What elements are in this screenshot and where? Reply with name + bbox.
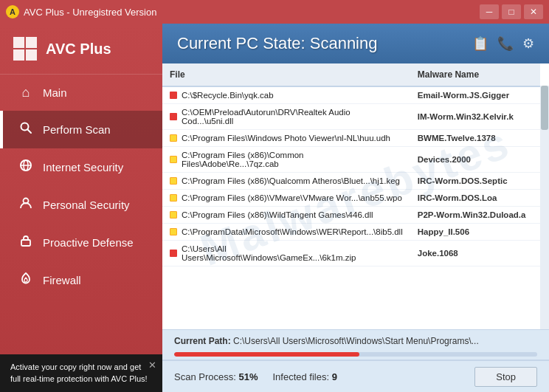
app-body: AVC Plus ⌂ Main Perform Scan bbox=[0, 24, 549, 392]
sidebar-item-internet-security-label: Internet Security bbox=[43, 161, 123, 173]
globe-icon bbox=[18, 159, 34, 176]
person-icon bbox=[18, 196, 34, 213]
malware-cell: P2P-Worm.Win32.Duload.a bbox=[410, 207, 540, 224]
file-cell: C:\$Recycle.Bin\yqk.cab bbox=[162, 87, 410, 103]
scan-results-table: File Malware Name C:\$Recycle.Bin\yqk.ca… bbox=[162, 63, 540, 267]
table-row: C:\Program Files\Windows Photo Viewer\nl… bbox=[162, 130, 540, 147]
sidebar-nav: ⌂ Main Perform Scan bbox=[0, 75, 162, 354]
file-path: C:\Program Files (x86)\WildTangent Games… bbox=[182, 210, 373, 219]
svg-rect-12 bbox=[21, 240, 30, 246]
sidebar-item-personal-security[interactable]: Personal Security bbox=[0, 186, 162, 224]
notification-close-button[interactable]: ✕ bbox=[148, 359, 156, 372]
maximize-button[interactable]: □ bbox=[502, 4, 521, 19]
scan-results-wrapper: Malwarebytes File Malware Name C:\$Recyc… bbox=[162, 63, 549, 329]
file-status-icon bbox=[170, 156, 177, 163]
close-button[interactable]: ✕ bbox=[524, 4, 543, 19]
file-status-icon bbox=[170, 228, 177, 235]
file-status-icon bbox=[170, 113, 177, 120]
status-bar: Scan Process: 51% Infected files: 9 Stop bbox=[162, 360, 549, 392]
malware-cell: IRC-Worm.DOS.Loa bbox=[410, 190, 540, 207]
file-path: C:\Program Files (x86)\Common Files\Adob… bbox=[182, 151, 403, 168]
file-path: C:\Program Files (x86)\VMware\VMware Wor… bbox=[182, 193, 402, 202]
table-row: C:\Program Files (x86)\Qualcomm Atheros\… bbox=[162, 173, 540, 190]
table-row: C:\Program Files (x86)\WildTangent Games… bbox=[162, 207, 540, 224]
malware-cell: IM-Worm.Win32.Kelvir.k bbox=[410, 104, 540, 130]
sidebar-item-perform-scan[interactable]: Perform Scan bbox=[0, 111, 162, 148]
table-row: C:\Users\All Users\Microsoft\Windows\Gam… bbox=[162, 241, 540, 267]
current-path-bar: Current Path: C:\Users\All Users\Microso… bbox=[162, 329, 549, 352]
stop-button[interactable]: Stop bbox=[474, 367, 537, 387]
home-icon: ⌂ bbox=[18, 85, 34, 100]
sidebar-item-personal-security-label: Personal Security bbox=[43, 199, 130, 211]
malware-cell: IRC-Worm.DOS.Septic bbox=[410, 173, 540, 190]
file-status-icon bbox=[170, 134, 177, 142]
phone-icon[interactable]: 📞 bbox=[497, 35, 514, 52]
minimize-button[interactable]: ─ bbox=[480, 4, 499, 19]
lock-icon bbox=[18, 234, 34, 251]
sidebar-item-proactive-defense[interactable]: Proactive Defense bbox=[0, 224, 162, 261]
table-row: C:\OEM\Preload\Autorun\DRV\Realtek Audio… bbox=[162, 104, 540, 130]
sidebar-item-main-label: Main bbox=[43, 86, 67, 99]
content-area: Current PC State: Scanning 📋 📞 ⚙ Malware… bbox=[162, 24, 549, 392]
current-path-value: C:\Users\All Users\Microsoft\Windows\Sta… bbox=[233, 336, 479, 346]
svg-text:A: A bbox=[10, 7, 15, 16]
file-cell: C:\Program Files (x86)\WildTangent Games… bbox=[162, 207, 410, 223]
file-status-icon bbox=[170, 92, 177, 99]
file-path: C:\Program Files\Windows Photo Viewer\nl… bbox=[182, 134, 390, 142]
malware-cell: Joke.1068 bbox=[410, 241, 540, 267]
scan-process-label: Scan Process: 51% bbox=[174, 371, 258, 382]
file-cell: C:\ProgramData\Microsoft\Windows\WER\Rep… bbox=[162, 224, 410, 240]
svg-rect-2 bbox=[13, 37, 24, 48]
malware-cell: BWME.Twelve.1378 bbox=[410, 130, 540, 147]
progress-track bbox=[174, 352, 537, 357]
sidebar-item-proactive-defense-label: Proactive Defense bbox=[43, 236, 134, 249]
table-row: C:\Program Files (x86)\VMware\VMware Wor… bbox=[162, 190, 540, 207]
scan-process-value: 51% bbox=[238, 371, 258, 382]
file-path: C:\ProgramData\Microsoft\Windows\WER\Rep… bbox=[182, 227, 403, 236]
scan-table-scroll[interactable]: File Malware Name C:\$Recycle.Bin\yqk.ca… bbox=[162, 63, 549, 329]
sidebar-item-perform-scan-label: Perform Scan bbox=[43, 123, 111, 136]
file-status-icon bbox=[170, 177, 177, 185]
table-row: C:\ProgramData\Microsoft\Windows\WER\Rep… bbox=[162, 224, 540, 241]
firewall-icon bbox=[18, 272, 34, 289]
scrollbar-track bbox=[540, 86, 549, 329]
malware-cell: Devices.2000 bbox=[410, 147, 540, 173]
file-cell: C:\Program Files (x86)\Qualcomm Atheros\… bbox=[162, 173, 410, 189]
file-path: C:\Users\All Users\Microsoft\Windows\Gam… bbox=[182, 244, 403, 262]
content-header: Current PC State: Scanning 📋 📞 ⚙ bbox=[162, 24, 549, 63]
titlebar-controls: ─ □ ✕ bbox=[480, 4, 543, 19]
sidebar-item-internet-security[interactable]: Internet Security bbox=[0, 148, 162, 186]
infected-files-value: 9 bbox=[332, 371, 337, 382]
sidebar-notification: Activate your copy right now and get ful… bbox=[0, 354, 162, 392]
progress-bar-wrapper bbox=[162, 352, 549, 360]
sidebar-item-main[interactable]: ⌂ Main bbox=[0, 75, 162, 111]
current-path-label: Current Path: bbox=[174, 336, 231, 346]
svg-line-7 bbox=[27, 129, 31, 133]
sidebar-header: AVC Plus bbox=[0, 24, 162, 75]
sidebar-item-firewall[interactable]: Firewall bbox=[0, 261, 162, 299]
file-status-icon bbox=[170, 211, 177, 219]
table-row: C:\Program Files (x86)\Common Files\Adob… bbox=[162, 147, 540, 173]
file-cell: C:\Users\All Users\Microsoft\Windows\Gam… bbox=[162, 241, 410, 266]
svg-rect-3 bbox=[26, 37, 37, 48]
malware-cell: Happy_II.506 bbox=[410, 224, 540, 241]
file-path: C:\$Recycle.Bin\yqk.cab bbox=[182, 91, 274, 100]
svg-rect-5 bbox=[26, 49, 37, 61]
settings-icon[interactable]: ⚙ bbox=[522, 35, 534, 52]
infected-files-label: Infected files: 9 bbox=[272, 371, 336, 382]
windows-logo-icon bbox=[12, 35, 38, 62]
progress-fill bbox=[174, 352, 359, 357]
file-cell: C:\Program Files\Windows Photo Viewer\nl… bbox=[162, 130, 410, 146]
app-name: AVC Plus bbox=[46, 41, 111, 58]
titlebar: A AVC Plus - Unregistred Version ─ □ ✕ bbox=[0, 0, 549, 24]
clipboard-icon[interactable]: 📋 bbox=[472, 35, 488, 52]
page-title: Current PC State: Scanning bbox=[177, 34, 377, 53]
scrollbar-thumb[interactable] bbox=[541, 86, 548, 130]
file-cell: C:\Program Files (x86)\Common Files\Adob… bbox=[162, 147, 410, 172]
file-cell: C:\OEM\Preload\Autorun\DRV\Realtek Audio… bbox=[162, 104, 410, 129]
notification-text: Activate your copy right now and get ful… bbox=[10, 362, 148, 382]
malware-cell: Email-Worm.JS.Gigger bbox=[410, 86, 540, 104]
col-malware-header: Malware Name bbox=[410, 63, 540, 86]
sidebar: AVC Plus ⌂ Main Perform Scan bbox=[0, 24, 162, 392]
sidebar-item-firewall-label: Firewall bbox=[43, 274, 81, 286]
